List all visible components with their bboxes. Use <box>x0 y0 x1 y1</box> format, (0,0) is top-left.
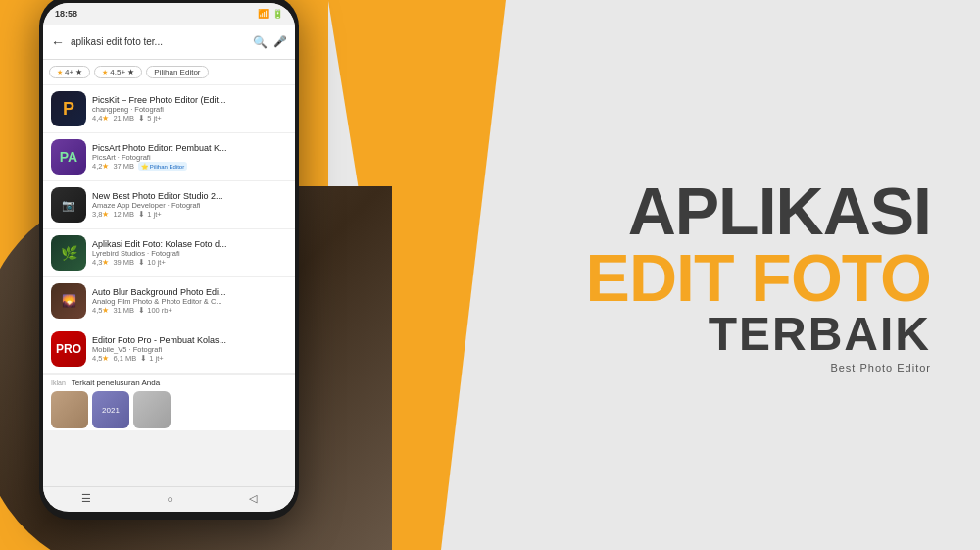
ad-label: Iklan <box>51 379 66 386</box>
app-dev-studio: Amaze App Developer · Fotografi <box>92 201 287 210</box>
nav-bar: ☰ ○ ◁ <box>43 486 295 510</box>
app-item-blur[interactable]: 🌄 Auto Blur Background Photo Edi... Anal… <box>43 277 295 325</box>
mic-icon[interactable]: 🎤 <box>273 35 287 48</box>
nav-back-icon[interactable]: ◁ <box>249 492 257 505</box>
chip-label: 4+ ★ <box>65 68 82 76</box>
size-kolase: 39 MB <box>113 258 134 267</box>
downloads-studio: ⬇ 1 jt+ <box>138 210 161 219</box>
rating-picsart: 4,2★ <box>92 162 109 171</box>
app-info-kolase: Aplikasi Edit Foto: Kolase Foto d... Lyr… <box>92 239 287 267</box>
rating-studio: 3,8★ <box>92 210 109 219</box>
filter-chip-45star[interactable]: ★ 4,5+ ★ <box>94 66 142 78</box>
right-content: APLIKASI EDIT FOTO TERBAIK Best Photo Ed… <box>539 0 951 550</box>
app-dev-blur: Analog Film Photo & Photo Editor & C... <box>92 297 287 306</box>
ad-title: Terkait penelusuran Anda <box>72 378 160 387</box>
app-name-editorpro: Editor Foto Pro - Pembuat Kolas... <box>92 335 287 345</box>
headline-edit-foto: EDIT FOTO <box>586 244 931 311</box>
app-meta-blur: 4,5★ 31 MB ⬇ 100 rb+ <box>92 306 287 315</box>
app-item-picsart[interactable]: PA PicsArt Photo Editor: Pembuat K... Pi… <box>43 133 295 181</box>
downloads-editorpro: ⬇ 1 jt+ <box>140 354 163 363</box>
filter-chip-editor[interactable]: Pilihan Editor <box>146 66 208 78</box>
headline-aplikasi: APLIKASI <box>628 177 931 244</box>
back-button[interactable]: ← <box>51 34 65 50</box>
chip-label2: 4,5+ ★ <box>110 68 134 76</box>
app-icon-picskit: P <box>51 91 86 126</box>
app-item-editorpro[interactable]: PRO Editor Foto Pro - Pembuat Kolas... M… <box>43 325 295 374</box>
star-icon: ★ <box>57 69 63 76</box>
star-icon2: ★ <box>102 69 108 76</box>
rating-kolase: 4,3★ <box>92 258 109 267</box>
app-item-studio[interactable]: 📷 New Best Photo Editor Studio 2... Amaz… <box>43 181 295 229</box>
app-info-editorpro: Editor Foto Pro - Pembuat Kolas... Mobil… <box>92 335 287 363</box>
app-name-kolase: Aplikasi Edit Foto: Kolase Foto d... <box>92 239 287 249</box>
app-icon-picsart: PA <box>51 139 86 175</box>
app-name-blur: Auto Blur Background Photo Edi... <box>92 287 287 297</box>
app-list: P PicsKit – Free Photo Editor (Edit... c… <box>43 85 295 486</box>
app-meta-studio: 3,8★ 12 MB ⬇ 1 jt+ <box>92 210 287 219</box>
app-dev-picskit: changpeng · Fotografi <box>92 105 287 114</box>
app-info-picsart: PicsArt Photo Editor: Pembuat K... PicsA… <box>92 143 287 171</box>
search-query: aplikasi edit foto ter... <box>71 36 247 47</box>
size-studio: 12 MB <box>113 210 134 219</box>
size-picsart: 37 MB <box>113 162 134 171</box>
app-icon-studio: 📷 <box>51 187 86 223</box>
app-meta-editorpro: 4,5★ 6,1 MB ⬇ 1 jt+ <box>92 354 287 363</box>
app-icon-kolase: 🌿 <box>51 235 86 271</box>
ad-items: 2021 <box>51 391 287 428</box>
editor-badge: ⭐ Pilihan Editor <box>138 162 187 171</box>
downloads-blur: ⬇ 100 rb+ <box>138 306 172 315</box>
app-info-blur: Auto Blur Background Photo Edi... Analog… <box>92 287 287 315</box>
filter-chip-4star[interactable]: ★ 4+ ★ <box>49 66 90 78</box>
headline-terbaik: TERBAIK <box>709 311 931 358</box>
size-blur: 31 MB <box>113 306 134 315</box>
app-name-picsart: PicsArt Photo Editor: Pembuat K... <box>92 143 287 153</box>
app-item-kolase[interactable]: 🌿 Aplikasi Edit Foto: Kolase Foto d... L… <box>43 229 295 277</box>
rating-blur: 4,5★ <box>92 306 109 315</box>
app-name-picskit: PicsKit – Free Photo Editor (Edit... <box>92 95 287 105</box>
ad-thumb-1[interactable] <box>51 391 88 428</box>
ad-section: Iklan Terkait penelusuran Anda 2021 <box>43 374 295 430</box>
size-editorpro: 6,1 MB <box>113 354 136 363</box>
app-item-picskit[interactable]: P PicsKit – Free Photo Editor (Edit... c… <box>43 85 295 133</box>
app-icon-blur: 🌄 <box>51 283 86 319</box>
search-bar[interactable]: ← aplikasi edit foto ter... 🔍 🎤 <box>43 25 295 60</box>
nav-menu-icon[interactable]: ☰ <box>81 492 91 505</box>
app-name-studio: New Best Photo Editor Studio 2... <box>92 191 287 201</box>
rating-editorpro: 4,5★ <box>92 354 109 363</box>
ad-thumb-2[interactable]: 2021 <box>92 391 129 428</box>
app-info-picskit: PicsKit – Free Photo Editor (Edit... cha… <box>92 95 287 123</box>
app-meta-picskit: 4,4★ 21 MB ⬇ 5 jt+ <box>92 114 287 123</box>
size-picskit: 21 MB <box>113 114 134 123</box>
time-display: 18:58 <box>55 9 77 19</box>
app-info-studio: New Best Photo Editor Studio 2... Amaze … <box>92 191 287 219</box>
rating-picskit: 4,4★ <box>92 114 109 123</box>
phone-screen: 18:58 📶 🔋 ← aplikasi edit foto ter... 🔍 … <box>43 3 295 512</box>
search-icon[interactable]: 🔍 <box>253 35 268 49</box>
chip-label3: Pilihan Editor <box>154 68 200 76</box>
nav-home-icon[interactable]: ○ <box>167 493 173 505</box>
app-dev-editorpro: Mobile_V5 · Fotografi <box>92 345 287 354</box>
downloads-kolase: ⬇ 10 jt+ <box>138 258 166 267</box>
app-meta-picsart: 4,2★ 37 MB ⭐ Pilihan Editor <box>92 162 287 171</box>
app-dev-picsart: PicsArt · Fotografi <box>92 153 287 162</box>
signal-icon: 📶 <box>258 9 269 19</box>
app-icon-editorpro: PRO <box>51 331 86 367</box>
battery-icon: 🔋 <box>272 9 283 19</box>
ad-thumb-3[interactable] <box>133 391 171 428</box>
app-dev-kolase: Lyrebird Studios · Fotografi <box>92 249 287 258</box>
subtitle-best-photo-editor: Best Photo Editor <box>830 362 931 374</box>
downloads-picskit: ⬇ 5 jt+ <box>138 114 161 123</box>
status-bar: 18:58 📶 🔋 <box>43 3 295 25</box>
filter-bar: ★ 4+ ★ ★ 4,5+ ★ Pilihan Editor <box>43 60 295 85</box>
phone-body: 18:58 📶 🔋 ← aplikasi edit foto ter... 🔍 … <box>39 0 299 520</box>
phone-mockup: 18:58 📶 🔋 ← aplikasi edit foto ter... 🔍 … <box>0 0 392 550</box>
app-meta-kolase: 4,3★ 39 MB ⬇ 10 jt+ <box>92 258 287 267</box>
